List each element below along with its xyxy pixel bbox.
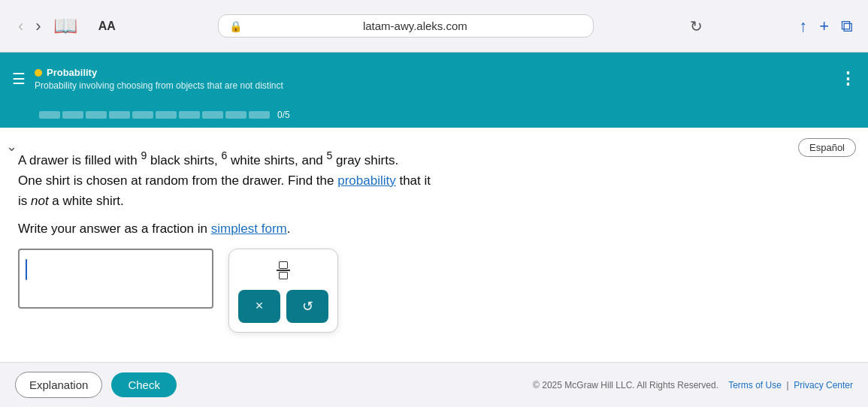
fraction-numerator-box [279, 261, 288, 269]
header-category: Probability [35, 67, 283, 78]
progress-track [39, 111, 270, 119]
lock-icon: 🔒 [229, 20, 242, 32]
progress-segment-1 [39, 111, 60, 119]
share-button[interactable]: ↑ [799, 17, 807, 36]
fraction-symbol [277, 261, 290, 279]
reload-button[interactable]: ↻ [690, 17, 703, 35]
progress-segment-3 [86, 111, 107, 119]
progress-segment-5 [132, 111, 153, 119]
header-subtitle: Probability involving choosing from obje… [35, 80, 283, 91]
progress-segment-6 [156, 111, 177, 119]
fraction-line [277, 270, 290, 271]
keypad-action-row: × ↺ [238, 290, 328, 323]
progress-segment-9 [225, 111, 246, 119]
hamburger-menu-button[interactable]: ☰ [12, 70, 26, 88]
question-text: A drawer is filled with 9 black shirts, … [18, 147, 657, 211]
copyright-text: © 2025 McGraw Hill LLC. All Rights Reser… [533, 380, 718, 390]
simplest-form-link[interactable]: simplest form [211, 222, 287, 236]
bottom-bar: Explanation Check © 2025 McGraw Hill LLC… [0, 362, 868, 407]
new-tab-button[interactable]: + [819, 17, 829, 36]
explanation-button[interactable]: Explanation [15, 372, 102, 398]
question-line1: A drawer is filled with 9 black shirts, … [18, 153, 398, 167]
footer-text: © 2025 McGraw Hill LLC. All Rights Reser… [533, 380, 853, 390]
text-cursor [26, 259, 27, 280]
browser-chrome: ‹ › 📖 AA 🔒 latam-awy.aleks.com ↻ ↑ + ⧉ [0, 0, 868, 53]
header-right: ⋮ [839, 69, 856, 89]
answer-row: × ↺ [18, 249, 850, 333]
browser-actions: ↑ + ⧉ [799, 17, 853, 36]
espanol-button[interactable]: Español [798, 138, 856, 157]
forward-button[interactable]: › [32, 14, 44, 39]
terms-link[interactable]: Terms of Use [728, 380, 782, 390]
check-button[interactable]: Check [111, 372, 177, 397]
address-bar: 🔒 latam-awy.aleks.com [218, 14, 594, 38]
fraction-denominator-box [279, 272, 288, 279]
progress-segment-8 [202, 111, 223, 119]
progress-segment-7 [179, 111, 200, 119]
header-left: ☰ Probability Probability involving choo… [12, 67, 283, 91]
url-text: latam-awy.aleks.com [248, 20, 582, 32]
progress-text: 0/5 [277, 110, 290, 120]
question-area: ⌄ Español A drawer is filled with 9 blac… [0, 128, 868, 362]
instruction-text: Write your answer as a fraction in simpl… [18, 222, 291, 236]
not-emphasis: not [31, 194, 49, 208]
back-button[interactable]: ‹ [15, 14, 26, 39]
nav-buttons: ‹ › 📖 [15, 11, 80, 41]
keypad-panel: × ↺ [228, 249, 338, 333]
collapse-button[interactable]: ⌄ [6, 138, 17, 155]
category-label: Probability [47, 67, 97, 78]
undo-button[interactable]: ↺ [286, 290, 328, 323]
fraction-button[interactable] [274, 258, 293, 282]
answer-input-box[interactable] [18, 249, 213, 309]
tabs-button[interactable]: ⧉ [841, 17, 853, 36]
status-dot [35, 69, 42, 77]
progress-segment-2 [62, 111, 83, 119]
progress-segment-4 [109, 111, 130, 119]
more-options-button[interactable]: ⋮ [839, 69, 856, 89]
text-size-button[interactable]: AA [92, 17, 122, 36]
privacy-link[interactable]: Privacy Center [794, 380, 853, 390]
question-line2: One shirt is chosen at random from the d… [18, 173, 431, 188]
header-bar: ☰ Probability Probability involving choo… [0, 53, 868, 105]
progress-area: 0/5 [0, 105, 868, 128]
header-info: Probability Probability involving choosi… [35, 67, 283, 91]
page-content: ☰ Probability Probability involving choo… [0, 53, 868, 407]
bookmarks-button[interactable]: 📖 [50, 11, 80, 41]
write-instruction: Write your answer as a fraction in simpl… [18, 222, 850, 237]
progress-segment-10 [249, 111, 270, 119]
probability-link[interactable]: probability [337, 173, 396, 188]
clear-button[interactable]: × [238, 290, 280, 323]
question-line3: is not a white shirt. [18, 194, 124, 208]
